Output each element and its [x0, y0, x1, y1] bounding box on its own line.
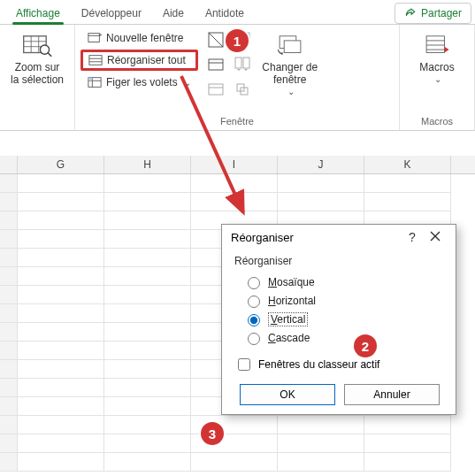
arrange-all-button[interactable]: Réorganiser tout	[80, 50, 198, 71]
row-header[interactable]	[0, 323, 18, 342]
freeze-panes-button[interactable]: Figer les volets ⌄	[80, 73, 198, 92]
corner-cell[interactable]	[0, 156, 18, 173]
cell[interactable]	[104, 342, 191, 360]
cell[interactable]	[278, 193, 364, 211]
cell[interactable]	[18, 397, 104, 416]
cell[interactable]	[104, 267, 191, 286]
radio-tile-label[interactable]: Mosaïque	[268, 276, 315, 288]
col-header[interactable]: K	[364, 156, 451, 173]
split-button[interactable]	[203, 28, 228, 51]
reset-pos-button[interactable]	[230, 78, 255, 101]
dialog-help-button[interactable]: ?	[401, 230, 424, 244]
row-header[interactable]	[0, 286, 18, 304]
row-header[interactable]	[0, 193, 18, 211]
row-header[interactable]	[0, 453, 18, 472]
row-header[interactable]	[0, 304, 18, 323]
cell[interactable]	[18, 360, 104, 379]
tab-view[interactable]: Affichage	[5, 3, 71, 24]
cell[interactable]	[18, 416, 104, 434]
col-header[interactable]: J	[278, 156, 364, 173]
sync-scroll-button[interactable]	[230, 53, 255, 76]
col-header[interactable]: H	[104, 156, 191, 173]
checkbox-active-workbook[interactable]	[238, 358, 250, 371]
ribbon-tabs: Affichage Développeur Aide Antidote Part…	[0, 0, 475, 25]
cell[interactable]	[364, 416, 451, 434]
cell[interactable]	[104, 193, 191, 211]
macros-button[interactable]: Macros ⌄	[405, 28, 469, 88]
switch-window-icon	[275, 32, 305, 58]
cell[interactable]	[18, 267, 104, 286]
cell[interactable]	[18, 193, 104, 211]
cell[interactable]	[104, 453, 191, 472]
cell[interactable]	[191, 174, 278, 193]
cell[interactable]	[104, 323, 191, 342]
row-header[interactable]	[0, 267, 18, 286]
tab-antidote[interactable]: Antidote	[195, 3, 255, 24]
cell[interactable]	[104, 397, 191, 416]
cell[interactable]	[278, 434, 364, 453]
cell[interactable]	[18, 323, 104, 342]
col-header[interactable]: G	[18, 156, 104, 173]
tab-help[interactable]: Aide	[152, 3, 195, 24]
hide-button[interactable]	[203, 53, 228, 76]
cell[interactable]	[18, 230, 104, 249]
cell[interactable]	[278, 416, 364, 434]
cell[interactable]	[18, 249, 104, 267]
cell[interactable]	[104, 379, 191, 397]
cell[interactable]	[104, 249, 191, 267]
row-header[interactable]	[0, 360, 18, 379]
freeze-panes-icon	[88, 76, 102, 88]
row-header[interactable]	[0, 397, 18, 416]
ok-button[interactable]: OK	[240, 384, 335, 405]
cell[interactable]	[364, 453, 451, 472]
cell[interactable]	[191, 193, 278, 211]
dialog-close-button[interactable]	[424, 230, 447, 244]
row-header[interactable]	[0, 342, 18, 360]
cell[interactable]	[104, 230, 191, 249]
cell[interactable]	[364, 434, 451, 453]
cell[interactable]	[364, 193, 451, 211]
radio-vertical[interactable]	[248, 314, 260, 326]
row-header[interactable]	[0, 174, 18, 193]
checkbox-active-workbook-label[interactable]: Fenêtres du classeur actif	[258, 358, 379, 371]
zoom-selection-button[interactable]: Zoom sur la sélection	[5, 28, 69, 90]
radio-vertical-label[interactable]: Vertical	[268, 313, 308, 326]
cell[interactable]	[104, 360, 191, 379]
row-header[interactable]	[0, 211, 18, 230]
switch-window-button[interactable]: Changer de fenêtre ⌄	[258, 28, 322, 100]
row-header[interactable]	[0, 434, 18, 453]
radio-cascade-label[interactable]: Cascade	[268, 332, 310, 344]
cell[interactable]	[104, 416, 191, 434]
share-button[interactable]: Partager	[395, 3, 471, 24]
cell[interactable]	[104, 304, 191, 323]
cell[interactable]	[104, 434, 191, 453]
row-header[interactable]	[0, 379, 18, 397]
cell[interactable]	[104, 174, 191, 193]
row-header[interactable]	[0, 416, 18, 434]
cell[interactable]	[191, 453, 278, 472]
cell[interactable]	[18, 211, 104, 230]
cell[interactable]	[278, 453, 364, 472]
unhide-button[interactable]	[203, 78, 228, 101]
cell[interactable]	[104, 211, 191, 230]
radio-tile[interactable]	[248, 277, 260, 289]
cell[interactable]	[18, 453, 104, 472]
tab-developer[interactable]: Développeur	[71, 3, 152, 24]
cancel-button[interactable]: Annuler	[344, 384, 440, 405]
cell[interactable]	[18, 379, 104, 397]
radio-horizontal-label[interactable]: Horizontal	[268, 295, 316, 307]
cell[interactable]	[278, 174, 364, 193]
row-header[interactable]	[0, 249, 18, 267]
cell[interactable]	[18, 342, 104, 360]
cell[interactable]	[18, 174, 104, 193]
radio-cascade[interactable]	[248, 333, 260, 345]
cell[interactable]	[364, 174, 451, 193]
cell[interactable]	[18, 286, 104, 304]
row-header[interactable]	[0, 230, 18, 249]
cell[interactable]	[18, 434, 104, 453]
col-header[interactable]: I	[191, 156, 278, 173]
cell[interactable]	[104, 286, 191, 304]
cell[interactable]	[18, 304, 104, 323]
radio-horizontal[interactable]	[248, 296, 260, 308]
new-window-button[interactable]: + Nouvelle fenêtre	[80, 28, 198, 48]
